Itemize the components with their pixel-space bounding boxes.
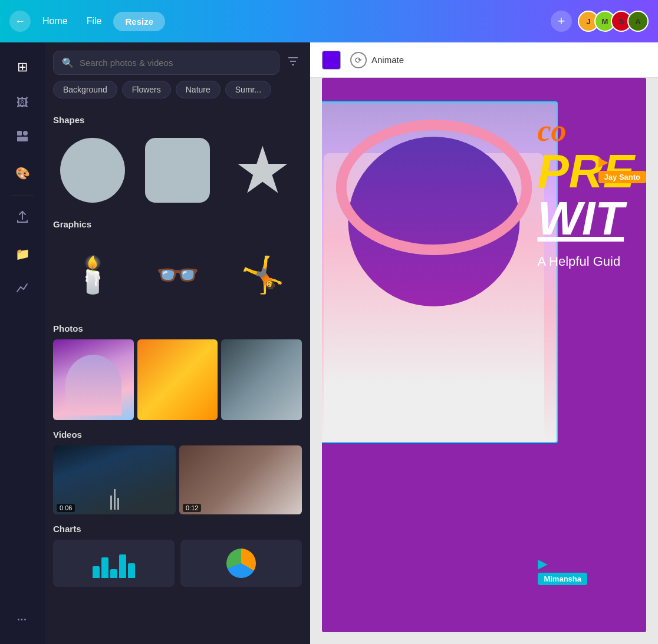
chart-item-1[interactable] bbox=[53, 540, 175, 587]
content-panel: 🔍 Background Flowers Nature Sumr... bbox=[45, 42, 310, 644]
canvas-design: co PRE WIT A Helpful Guid ▶ Jay Santo ▶ … bbox=[322, 78, 646, 632]
shapes-section-title: Shapes bbox=[53, 115, 302, 125]
design-wit-text: WIT bbox=[538, 195, 635, 242]
video-duration-2: 0:12 bbox=[183, 504, 201, 512]
more-icon: ••• bbox=[18, 616, 28, 623]
filter-tag-flowers[interactable]: Flowers bbox=[122, 81, 171, 98]
filter-icon bbox=[287, 58, 300, 70]
chart-item-2[interactable] bbox=[180, 540, 302, 587]
home-button[interactable]: Home bbox=[35, 12, 75, 30]
canvas-toolbar: ⟳ Animate bbox=[310, 42, 658, 78]
back-button[interactable]: ← bbox=[9, 11, 31, 32]
sidebar-item-chart[interactable] bbox=[7, 274, 38, 305]
design-text-area: co PRE WIT A Helpful Guid bbox=[538, 113, 635, 269]
cursor-jay-area: ▶ Jay Santo bbox=[598, 154, 646, 183]
animate-label: Animate bbox=[371, 55, 404, 65]
file-button[interactable]: File bbox=[80, 12, 109, 30]
sidebar-item-folder[interactable]: 📁 bbox=[7, 239, 38, 269]
cursor-jay-label: Jay Santo bbox=[598, 171, 646, 183]
shape-star-item[interactable]: ★ bbox=[223, 131, 302, 210]
color-swatch[interactable] bbox=[322, 51, 341, 70]
cursor-mimansha-area: ▶ Mimansha bbox=[538, 556, 587, 585]
chart-icon bbox=[16, 281, 29, 298]
svg-rect-2 bbox=[17, 137, 28, 141]
filter-tags: Background Flowers Nature Sumr... bbox=[45, 81, 310, 105]
canvas-area: ⟳ Animate bbox=[310, 42, 658, 644]
main-layout: ⊞ 🖼 🎨 📁 bbox=[0, 42, 658, 644]
svg-point-1 bbox=[23, 131, 28, 136]
circle-shape bbox=[60, 138, 125, 203]
search-icon: 🔍 bbox=[62, 57, 74, 68]
shape-circle-item[interactable] bbox=[53, 131, 132, 210]
sidebar-item-image[interactable]: 🖼 bbox=[7, 87, 38, 118]
graphic-candle-item[interactable]: 🕯️ bbox=[53, 235, 132, 314]
person-image[interactable] bbox=[322, 101, 558, 443]
design-card: co PRE WIT A Helpful Guid ▶ Jay Santo ▶ … bbox=[322, 78, 646, 632]
photo-item-1[interactable] bbox=[53, 339, 134, 420]
filter-tag-background[interactable]: Background bbox=[53, 81, 117, 98]
animate-button[interactable]: ⟳ Animate bbox=[350, 52, 404, 68]
photo-item-2[interactable] bbox=[137, 339, 218, 420]
palette-icon: 🎨 bbox=[15, 166, 30, 180]
search-bar-wrap: 🔍 bbox=[45, 42, 310, 81]
video-item-2[interactable]: 0:12 bbox=[179, 445, 302, 514]
avatar[interactable]: A bbox=[627, 11, 649, 32]
elements-icon bbox=[16, 130, 29, 146]
videos-grid: 0:06 0:12 bbox=[53, 445, 302, 514]
grid-icon: ⊞ bbox=[17, 60, 28, 75]
charts-grid bbox=[53, 540, 302, 587]
cursor-mimansha-label: Mimansha bbox=[538, 573, 587, 585]
video-duration-1: 0:06 bbox=[57, 504, 75, 512]
back-icon: ← bbox=[15, 15, 25, 28]
image-icon: 🖼 bbox=[17, 96, 28, 110]
sidebar-item-elements[interactable] bbox=[7, 123, 38, 153]
photos-grid bbox=[53, 339, 302, 420]
design-logo: co bbox=[538, 113, 635, 148]
roundrect-shape bbox=[145, 138, 210, 203]
graphics-grid: 🕯️ 👓 🤸 bbox=[53, 235, 302, 314]
panel-scroll: Shapes ★ Graphics 🕯️ 👓 bbox=[45, 105, 310, 644]
photos-section-title: Photos bbox=[53, 323, 302, 333]
candle-graphic: 🕯️ bbox=[71, 254, 115, 296]
sidebar-item-grid[interactable]: ⊞ bbox=[7, 52, 38, 82]
shapes-grid: ★ bbox=[53, 131, 302, 210]
person-graphic: 🤸 bbox=[241, 254, 285, 296]
topbar-right: + J M S A bbox=[551, 11, 649, 32]
add-button[interactable]: + bbox=[551, 11, 572, 32]
topbar: ← Home File Resize + J M S A bbox=[0, 0, 658, 42]
sidebar-item-upload[interactable] bbox=[7, 203, 38, 234]
folder-icon: 📁 bbox=[15, 247, 30, 261]
person-silhouette bbox=[322, 103, 557, 442]
video-item-1[interactable]: 0:06 bbox=[53, 445, 176, 514]
resize-button[interactable]: Resize bbox=[113, 12, 165, 31]
chart-bar-preview-1 bbox=[88, 549, 140, 578]
sidebar-item-more[interactable]: ••• bbox=[7, 604, 38, 635]
sidebar-item-palette[interactable]: 🎨 bbox=[7, 158, 38, 189]
graphics-section-title: Graphics bbox=[53, 219, 302, 229]
star-shape: ★ bbox=[233, 138, 292, 203]
graphic-person-item[interactable]: 🤸 bbox=[223, 235, 302, 314]
sidebar-separator bbox=[11, 196, 34, 196]
avatar-stack: J M S A bbox=[578, 11, 649, 32]
search-input[interactable] bbox=[80, 58, 271, 68]
glasses-graphic: 👓 bbox=[156, 254, 200, 296]
filter-tag-summer[interactable]: Sumr... bbox=[225, 81, 271, 98]
icon-sidebar: ⊞ 🖼 🎨 📁 bbox=[0, 42, 45, 644]
animate-circle-icon: ⟳ bbox=[350, 52, 367, 68]
graphic-glasses-item[interactable]: 👓 bbox=[138, 235, 217, 314]
design-guide-text: A Helpful Guid bbox=[538, 254, 635, 269]
upload-icon bbox=[16, 210, 29, 227]
filter-tag-nature[interactable]: Nature bbox=[176, 81, 221, 98]
photo-item-3[interactable] bbox=[221, 339, 302, 420]
search-bar: 🔍 bbox=[53, 51, 279, 75]
filter-button[interactable] bbox=[284, 52, 302, 73]
charts-section-title: Charts bbox=[53, 524, 302, 534]
shape-roundrect-item[interactable] bbox=[138, 131, 217, 210]
videos-section-title: Videos bbox=[53, 430, 302, 440]
svg-rect-0 bbox=[17, 131, 22, 136]
